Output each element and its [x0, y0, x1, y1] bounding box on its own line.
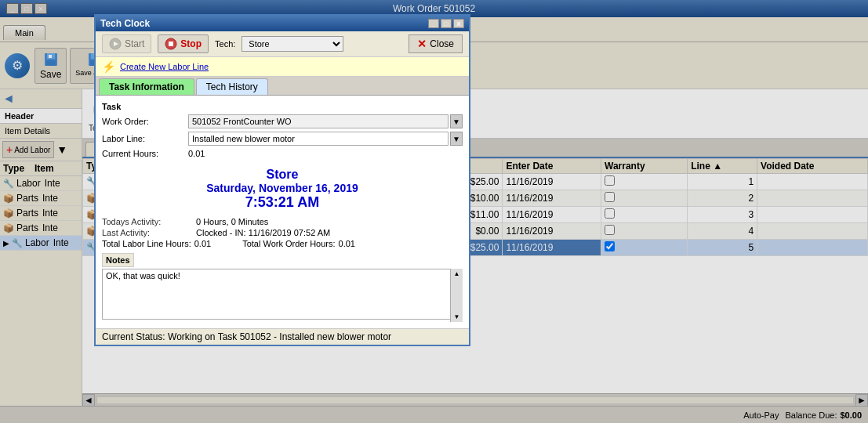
close-label: Close: [430, 38, 454, 49]
create-labor-link[interactable]: Create New Labor Line: [120, 62, 209, 71]
todays-activity-value: 0 Hours, 0 Minutes: [196, 217, 268, 226]
labor-line-input[interactable]: [188, 132, 449, 146]
total-labor-hours-label: Total Labor Line Hours:: [102, 239, 191, 248]
current-hours-row: Current Hours: 0.01: [102, 149, 463, 158]
dialog-min-btn[interactable]: _: [428, 19, 439, 28]
current-hours-value: 0.01: [188, 149, 205, 158]
start-button[interactable]: Start: [102, 34, 151, 53]
clock-time: 7:53:21 AM: [102, 194, 463, 211]
dialog-toolbar: Start Stop Tech: Store ✕ Close: [96, 31, 469, 57]
last-activity-row: Last Activity: Clocked - IN: 11/16/2019 …: [102, 228, 463, 237]
labor-line-row: Labor Line: ▼: [102, 132, 463, 146]
current-hours-label: Current Hours:: [102, 149, 188, 158]
tech-clock-dialog: Tech Clock _ □ X Start Stop Tech:: [94, 14, 470, 346]
close-x-icon: ✕: [417, 38, 427, 50]
total-wo-hours-label: Total Work Order Hours:: [242, 239, 335, 248]
start-icon: [109, 38, 122, 50]
scroll-down-btn[interactable]: ▼: [454, 313, 460, 320]
todays-activity-label: Todays Activity:: [102, 217, 196, 226]
notes-section: Notes OK, that was quick! ▲ ▼: [102, 253, 463, 322]
tech-label: Tech:: [215, 39, 235, 49]
labor-line-dropdown[interactable]: ▼: [450, 132, 463, 146]
stop-label: Stop: [180, 38, 202, 49]
todays-activity-row: Todays Activity: 0 Hours, 0 Minutes: [102, 217, 463, 226]
task-info-tab[interactable]: Task Information: [99, 78, 194, 95]
work-order-label: Work Order:: [102, 117, 188, 126]
dialog-close-btn[interactable]: X: [453, 19, 464, 28]
dialog-content-area: Task Work Order: ▼ Labor Line: ▼ Current…: [96, 96, 469, 328]
dialog-max-btn[interactable]: □: [441, 19, 452, 28]
create-labor-row: ⚡ Create New Labor Line: [96, 57, 469, 77]
svg-rect-18: [169, 42, 173, 46]
clock-display: Store Saturday, November 16, 2019 7:53:2…: [102, 161, 463, 217]
dialog-status-text: Current Status: Working on Task 501052 -…: [102, 331, 391, 342]
dialog-title: Tech Clock: [100, 18, 150, 29]
hours-row: Total Labor Line Hours: 0.01 Total Work …: [102, 239, 463, 248]
dialog-tabs: Task Information Tech History: [96, 77, 469, 96]
clock-location: Store: [102, 168, 463, 182]
notes-label: Notes: [102, 253, 134, 267]
start-label: Start: [125, 38, 144, 49]
work-order-row: Work Order: ▼: [102, 114, 463, 128]
dialog-status-bar: Current Status: Working on Task 501052 -…: [96, 328, 469, 345]
dialog-title-bar: Tech Clock _ □ X: [96, 16, 469, 31]
task-section-label: Task: [102, 102, 463, 111]
last-activity-label: Last Activity:: [102, 228, 196, 237]
clock-date: Saturday, November 16, 2019: [102, 182, 463, 194]
scroll-up-btn[interactable]: ▲: [454, 270, 460, 277]
lightning-icon: ⚡: [102, 60, 115, 73]
dialog-close-button[interactable]: ✕ Close: [409, 34, 463, 53]
notes-textarea[interactable]: OK, that was quick!: [102, 269, 463, 320]
total-wo-hours-value: 0.01: [339, 239, 355, 248]
total-labor-hours-value: 0.01: [194, 239, 211, 248]
work-order-dropdown[interactable]: ▼: [450, 114, 463, 128]
labor-line-label: Labor Line:: [102, 134, 188, 143]
stop-icon: [165, 38, 177, 50]
stop-button[interactable]: Stop: [158, 34, 209, 53]
last-activity-value: Clocked - IN: 11/16/2019 07:52 AM: [196, 228, 330, 237]
dialog-controls: _ □ X: [428, 19, 464, 28]
tech-history-tab[interactable]: Tech History: [196, 78, 268, 95]
work-order-input[interactable]: [188, 114, 449, 128]
tech-dropdown[interactable]: Store: [242, 36, 343, 52]
